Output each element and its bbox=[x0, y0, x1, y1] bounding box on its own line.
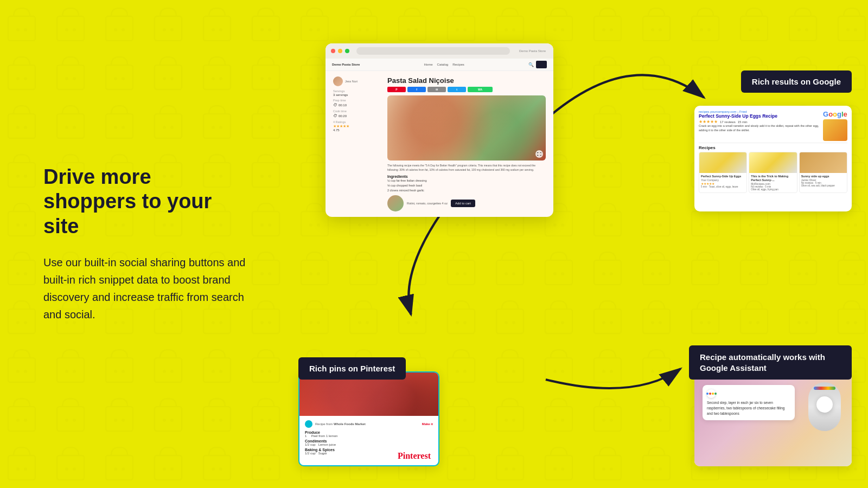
left-panel: Drive more shoppers to your site Use our… bbox=[0, 132, 282, 356]
browser-dot-green bbox=[345, 49, 349, 53]
google-result-title: Perfect Sunny-Side Up Eggs Recipe bbox=[699, 113, 821, 119]
assistant-icon bbox=[707, 389, 716, 398]
food-image: ⛶ bbox=[387, 95, 546, 160]
recipe-card-meta-1: 5 min · Toast, olive oil, eggs, leave bbox=[701, 185, 745, 188]
google-card: recipes.yourcompany.com › Fried Perfect … bbox=[694, 106, 852, 211]
google-recipe-card-2: This is the Trick to Making Perfect Sunn… bbox=[749, 152, 797, 193]
browser-dot-red bbox=[331, 49, 335, 53]
google-desc: Crack an egg into a small ramekin and sl… bbox=[699, 124, 821, 132]
recipe-card-title-1: Perfect Sunny-Side Up Eggs bbox=[701, 175, 745, 178]
pinterest-from: Recipe from Whole Foods Market Make it bbox=[305, 420, 433, 428]
google-stars: ★★★★★ bbox=[699, 119, 718, 124]
ratings-label: 4 Ratings bbox=[333, 120, 382, 124]
pinterest-card: Recipe from Whole Foods Market Make it P… bbox=[298, 371, 439, 466]
nav-search-icon[interactable]: 🔍 bbox=[528, 62, 534, 67]
recipe-right-col: Pasta Salad Niçoise P f ✉ t WA ⛶ The fol… bbox=[387, 76, 546, 211]
add-to-cart-btn[interactable]: Add to cart bbox=[451, 200, 475, 207]
ingredient-img bbox=[387, 195, 404, 211]
pinterest-logo: Pinterest bbox=[398, 451, 431, 461]
recipe-card-stars-1: ★★★★★ bbox=[701, 182, 745, 185]
browser-bar: Demo Pasta Store bbox=[326, 43, 553, 59]
nav-recipes: Recipes bbox=[452, 63, 464, 66]
recipe-title: Pasta Salad Niçoise bbox=[387, 76, 546, 85]
pinterest-btn[interactable]: P bbox=[387, 87, 406, 92]
pinterest-condiments-section: Condiments 1/2 cup Lemon juice bbox=[305, 439, 433, 446]
assistant-speech-bubble: Second step, layer in each jar six to se… bbox=[703, 385, 795, 420]
pinterest-produce-section: Produce 1 Peel from 1 lemon bbox=[305, 431, 433, 438]
nav-cart[interactable] bbox=[536, 61, 547, 68]
pinterest-condiments-title: Condiments bbox=[305, 439, 433, 443]
google-recipe-cards: Perfect Sunny-Side Up Eggs Your Company … bbox=[699, 152, 847, 193]
pinterest-produce-item: 1 Peel from 1 lemon bbox=[305, 434, 433, 438]
google-recipe-card-1: Perfect Sunny-Side Up Eggs Your Company … bbox=[699, 152, 747, 193]
facebook-btn[interactable]: f bbox=[407, 87, 426, 92]
body-text: Use our built-in social sharing buttons … bbox=[43, 254, 250, 323]
nav-home: Home bbox=[424, 63, 432, 66]
star-rating: ★★★★★ bbox=[333, 124, 382, 129]
browser-mockup: Demo Pasta Store Demo Pasta Store Home C… bbox=[326, 43, 553, 217]
servings-value: 3 servings bbox=[333, 93, 382, 97]
nav-store: Demo Pasta Store bbox=[332, 63, 360, 66]
rating-value: 4.75 bbox=[333, 129, 382, 132]
google-rating-count: 17 reviews bbox=[720, 120, 736, 124]
recipe-card-img-2 bbox=[749, 152, 796, 173]
prep-label: Prep time bbox=[333, 99, 382, 102]
author-avatar bbox=[333, 76, 343, 86]
whatsapp-btn[interactable]: WA bbox=[468, 87, 493, 92]
add-to-cart-row: Rotini, romato, courgettes 4 oz Add to c… bbox=[387, 195, 546, 211]
author-name: Jess Nuri bbox=[345, 80, 358, 83]
recipe-card-img-1 bbox=[699, 152, 746, 173]
ingredient-2: ⅛ cup chopped fresh basil bbox=[387, 183, 546, 188]
recipes-label: Recipes bbox=[699, 145, 847, 150]
pinterest-from-label: Recipe from Whole Foods Market bbox=[315, 422, 366, 426]
headline: Drive more shoppers to your site bbox=[43, 165, 250, 239]
ingredient-3: 2 cloves minced fresh garlic bbox=[387, 188, 546, 193]
recipe-card-title-3: Sunny side up eggs bbox=[801, 175, 845, 178]
recipe-card-img-3 bbox=[800, 152, 847, 173]
recipe-description: The following recipe meets the "5 A Day … bbox=[387, 164, 546, 172]
assistant-icon-row bbox=[707, 389, 790, 398]
google-time: 15 min bbox=[738, 120, 748, 124]
pinterest-condiments-item: 1/2 cup Lemon juice bbox=[305, 443, 433, 446]
assistant-label: Recipe automatically works with Google A… bbox=[689, 345, 852, 380]
ingredient-1: ¼ cup fat-free Italian dressing bbox=[387, 178, 546, 183]
assistant-card: Second step, layer in each jar six to se… bbox=[694, 371, 852, 466]
social-buttons: P f ✉ t WA bbox=[387, 87, 546, 92]
ingredient-note: Rotini, romato, courgettes 4 oz bbox=[407, 202, 448, 205]
expand-icon[interactable]: ⛶ bbox=[535, 150, 543, 158]
pinterest-produce-title: Produce bbox=[305, 431, 433, 434]
email-btn[interactable]: ✉ bbox=[427, 87, 446, 92]
nav-catalog: Catalog bbox=[437, 63, 449, 66]
cook-value: ⏱ 00:20 bbox=[333, 113, 382, 118]
recipe-card-tags-3: Olive oil, sea salt, black pepper bbox=[801, 184, 845, 187]
ingredients-title: Ingredients bbox=[387, 175, 546, 178]
google-rich-label: Rich results on Google bbox=[741, 70, 852, 93]
browser-content: Jess Nuri Servings 3 servings Prep time … bbox=[326, 71, 553, 217]
pinterest-label-text: Rich pins on Pinterest bbox=[309, 364, 395, 373]
cook-label: Cook time bbox=[333, 110, 382, 113]
browser-dot-yellow bbox=[338, 49, 342, 53]
store-name: Demo Pasta Store bbox=[517, 49, 548, 53]
google-logo: Google bbox=[823, 110, 847, 118]
google-recipe-card-3: Sunny side up eggs Jamie Oliver No revie… bbox=[799, 152, 847, 193]
pinterest-make-it[interactable]: Make it bbox=[422, 422, 433, 426]
google-result-img bbox=[823, 119, 847, 141]
twitter-btn[interactable]: t bbox=[448, 87, 466, 92]
assistant-bubble-text: Second step, layer in each jar six to se… bbox=[707, 400, 790, 416]
google-rich-label-text: Rich results on Google bbox=[752, 77, 841, 86]
pinterest-label: Rich pins on Pinterest bbox=[298, 357, 406, 380]
recipe-left-col: Jess Nuri Servings 3 servings Prep time … bbox=[333, 76, 382, 211]
assistant-device bbox=[808, 382, 841, 431]
browser-nav: Demo Pasta Store Home Catalog Recipes 🔍 bbox=[326, 59, 553, 71]
prep-value: ⏱ 00:10 bbox=[333, 102, 382, 107]
recipe-card-title-2: This is the Trick to Making Perfect Sunn… bbox=[751, 175, 795, 182]
content-wrapper: Drive more shoppers to your site Use our… bbox=[0, 0, 868, 488]
assistant-label-text: Recipe automatically works with Google A… bbox=[700, 352, 825, 373]
servings-label: Servings bbox=[333, 89, 382, 93]
recipe-card-tags-2: Olive oil, eggs, frying pan bbox=[751, 188, 795, 191]
pinterest-from-icon bbox=[305, 420, 312, 428]
diagram-area: Demo Pasta Store Demo Pasta Store Home C… bbox=[282, 0, 868, 488]
